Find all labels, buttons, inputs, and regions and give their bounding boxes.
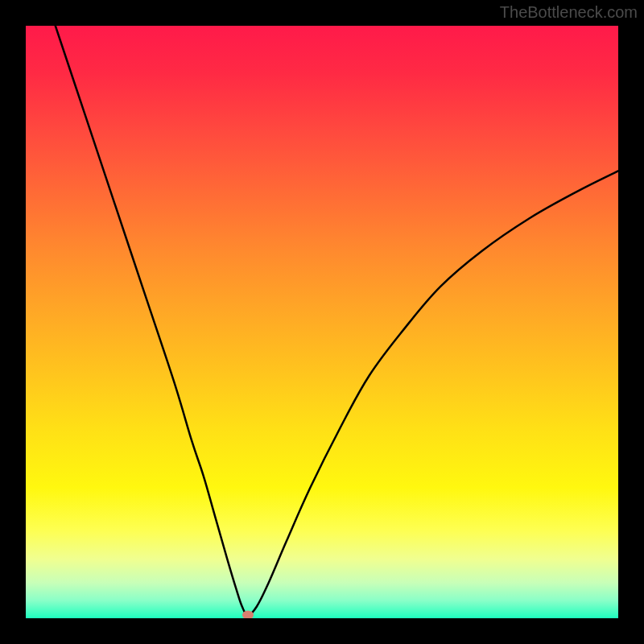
curve-layer bbox=[26, 26, 618, 618]
plot-area bbox=[26, 26, 618, 618]
chart-frame: TheBottleneck.com bbox=[0, 0, 644, 644]
minimum-marker bbox=[242, 611, 254, 618]
watermark-text: TheBottleneck.com bbox=[500, 3, 638, 22]
bottleneck-curve bbox=[56, 26, 618, 615]
